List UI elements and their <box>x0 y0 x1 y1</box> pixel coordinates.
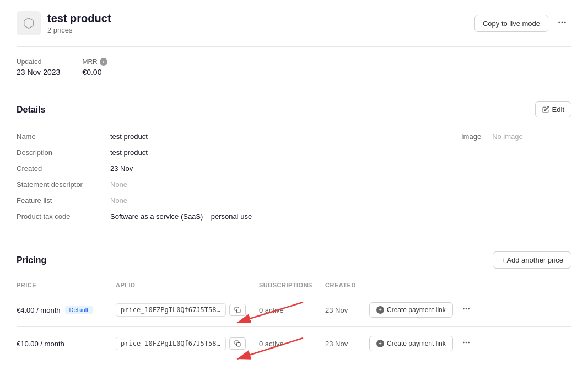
more-menu-button[interactable] <box>553 14 571 33</box>
description-value: test product <box>110 144 428 160</box>
plus-circle-icon-2: + <box>376 340 384 347</box>
mrr-label: MRR i <box>82 58 107 66</box>
name-value: test product <box>110 128 428 144</box>
copy-to-live-button[interactable]: Copy to live mode <box>474 15 548 32</box>
subscriptions-cell-2: 0 active <box>259 327 325 361</box>
pricing-table-wrapper: PRICE API ID SUBSCRIPTIONS CREATED €4.00… <box>17 277 571 360</box>
svg-point-6 <box>468 308 470 310</box>
subscriptions-cell-1: 0 active <box>259 293 325 327</box>
svg-rect-3 <box>237 309 241 313</box>
svg-point-5 <box>465 308 467 310</box>
pricing-header: Pricing + Add another price <box>17 251 571 269</box>
created-cell-2: 23 Nov <box>325 327 369 361</box>
created-cell-1: 23 Nov <box>325 293 369 327</box>
details-table: Name test product Description test produ… <box>17 128 428 224</box>
updated-value: 23 Nov 2023 <box>17 68 60 77</box>
api-id-cell-1 <box>116 293 259 327</box>
create-payment-link-button-2[interactable]: + Create payment link <box>369 336 453 351</box>
api-id-input-1[interactable] <box>116 303 226 317</box>
mrr-stat: MRR i €0.00 <box>82 58 107 77</box>
pricing-title: Pricing <box>17 255 46 265</box>
product-subtitle: 2 prices <box>47 26 111 34</box>
pricing-section: Pricing + Add another price PRICE API ID… <box>17 238 571 373</box>
feature-value: None <box>110 192 428 208</box>
updated-stat: Updated 23 Nov 2023 <box>17 58 60 77</box>
row-more-button-1[interactable] <box>457 301 475 319</box>
name-label: Name <box>17 128 110 144</box>
price-cell-2: €10.00 / month <box>17 327 116 361</box>
table-header-row: PRICE API ID SUBSCRIPTIONS CREATED <box>17 277 571 293</box>
detail-row-feature: Feature list None <box>17 192 428 208</box>
product-header-left: test product 2 prices <box>17 11 111 35</box>
description-label: Description <box>17 144 110 160</box>
created-label: Created <box>17 160 110 176</box>
detail-row-created: Created 23 Nov <box>17 160 428 176</box>
api-id-cell-2 <box>116 327 259 361</box>
plus-circle-icon-1: + <box>376 306 384 314</box>
default-badge: Default <box>65 306 93 314</box>
image-label: Image <box>461 132 481 141</box>
table-row: €4.00 / month Default <box>17 293 571 327</box>
product-info: test product 2 prices <box>47 12 111 34</box>
col-header-created: CREATED <box>325 277 369 293</box>
created-value: 23 Nov <box>110 160 428 176</box>
mrr-info-icon[interactable]: i <box>100 58 107 66</box>
statement-label: Statement descriptor <box>17 176 110 192</box>
add-price-button[interactable]: + Add another price <box>493 251 571 269</box>
header-actions: Copy to live mode <box>474 14 571 33</box>
copy-api-id-button-1[interactable] <box>229 304 246 316</box>
price-amount-1: €4.00 / month <box>17 306 61 314</box>
col-header-subscriptions: SUBSCRIPTIONS <box>259 277 325 293</box>
tax-value: Software as a service (SaaS) – personal … <box>110 208 428 224</box>
detail-row-statement: Statement descriptor None <box>17 176 428 192</box>
feature-label: Feature list <box>17 192 110 208</box>
table-row: €10.00 / month <box>17 327 571 361</box>
svg-point-4 <box>463 308 465 310</box>
api-id-input-2[interactable] <box>116 337 226 350</box>
col-header-api: API ID <box>116 277 259 293</box>
details-section: Details Edit Name test product <box>17 88 571 238</box>
price-amount-2: €10.00 / month <box>17 340 64 348</box>
pricing-table: PRICE API ID SUBSCRIPTIONS CREATED €4.00… <box>17 277 571 360</box>
price-cell-1: €4.00 / month Default <box>17 293 116 327</box>
details-title: Details <box>17 105 45 115</box>
updated-label: Updated <box>17 58 60 66</box>
svg-point-9 <box>465 342 467 344</box>
product-title: test product <box>47 12 111 25</box>
svg-rect-7 <box>237 343 241 347</box>
detail-row-name: Name test product <box>17 128 428 144</box>
statement-value: None <box>110 176 428 192</box>
product-header: test product 2 prices Copy to live mode <box>17 11 571 47</box>
details-section-header: Details Edit <box>17 101 571 117</box>
row-more-button-2[interactable] <box>457 335 475 352</box>
detail-row-tax: Product tax code Software as a service (… <box>17 208 428 224</box>
col-header-actions <box>369 277 571 293</box>
svg-point-8 <box>463 342 465 344</box>
svg-point-2 <box>564 22 566 23</box>
actions-cell-2: + Create payment link <box>369 327 571 361</box>
image-value: No image <box>492 132 523 141</box>
detail-row-description: Description test product <box>17 144 428 160</box>
svg-point-1 <box>562 22 563 23</box>
image-section: Image No image <box>461 128 571 224</box>
mrr-value: €0.00 <box>82 68 107 77</box>
svg-point-0 <box>558 22 560 23</box>
create-payment-link-button-1[interactable]: + Create payment link <box>369 302 453 318</box>
edit-button[interactable]: Edit <box>535 101 571 117</box>
tax-label: Product tax code <box>17 208 110 224</box>
product-icon <box>17 11 41 35</box>
svg-point-10 <box>468 342 470 344</box>
stats-row: Updated 23 Nov 2023 MRR i €0.00 <box>17 47 571 88</box>
col-header-price: PRICE <box>17 277 116 293</box>
copy-api-id-button-2[interactable] <box>229 338 246 350</box>
actions-cell-1: + Create payment link <box>369 293 571 327</box>
